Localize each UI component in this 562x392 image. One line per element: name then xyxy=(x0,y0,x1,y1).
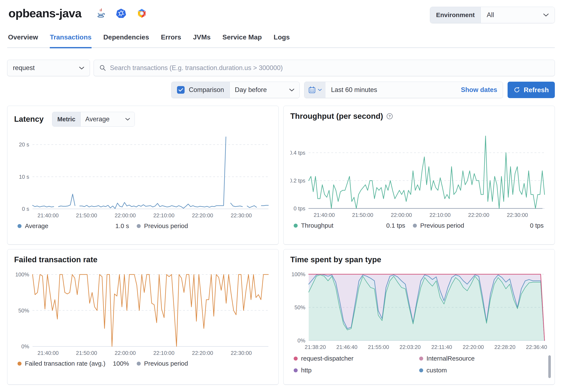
failed-rate-legend: Failed transaction rate (avg.)100%Previo… xyxy=(14,360,272,367)
java-icon xyxy=(96,8,106,19)
search-icon xyxy=(99,65,106,71)
help-icon[interactable]: ? xyxy=(386,113,393,119)
legend-item[interactable]: Previous period xyxy=(137,222,268,230)
svg-text:22:03:20: 22:03:20 xyxy=(399,344,421,350)
tab-transactions[interactable]: Transactions xyxy=(50,33,91,48)
time-range-value[interactable]: Last 60 minutes xyxy=(331,86,377,94)
latency-panel: Latency Metric Average 0 s10 s20 s21:40:… xyxy=(7,106,279,245)
svg-text:100%: 100% xyxy=(15,272,29,277)
svg-text:22:00:00: 22:00:00 xyxy=(391,212,412,218)
refresh-icon xyxy=(514,86,520,93)
throughput-title: Throughput (per second) ? xyxy=(290,112,393,121)
svg-text:10 s: 10 s xyxy=(19,174,29,180)
svg-text:21:50:00: 21:50:00 xyxy=(352,212,373,218)
date-picker-calendar-button[interactable] xyxy=(304,82,326,98)
environment-select[interactable]: Environment All xyxy=(430,7,555,23)
environment-value[interactable]: All xyxy=(481,7,555,23)
tab-jvms[interactable]: JVMs xyxy=(193,33,211,48)
span-type-panel: Time spent by span type 0%50%100%21:38:2… xyxy=(283,249,555,385)
svg-text:21:40:00: 21:40:00 xyxy=(37,350,59,356)
page-header: opbeans-java xyxy=(7,0,555,23)
date-picker-value-area[interactable]: Last 60 minutes Show dates xyxy=(326,82,503,98)
legend-item[interactable]: Throughput0.1 tps xyxy=(294,222,413,229)
latency-legend: Average1.0 sPrevious period xyxy=(14,222,272,230)
search-input[interactable] xyxy=(110,64,549,72)
svg-text:50%: 50% xyxy=(294,304,305,310)
transaction-type-select[interactable]: request xyxy=(7,60,90,76)
svg-text:0%: 0% xyxy=(297,338,305,344)
throughput-legend: Throughput0.1 tpsPrevious period0 tps xyxy=(290,222,548,229)
legend-value: 0.1 tps xyxy=(386,222,405,229)
legend-value: 0 tps xyxy=(530,222,544,229)
legend-item[interactable]: Failed transaction rate (avg.)100% xyxy=(18,360,137,367)
legend-label: InternalResource xyxy=(427,355,475,362)
legend-label: http xyxy=(301,367,312,374)
legend-dot-icon xyxy=(18,362,22,366)
svg-text:21:38:20: 21:38:20 xyxy=(305,344,326,350)
legend-item[interactable]: custom xyxy=(419,367,545,374)
svg-text:22:30:00: 22:30:00 xyxy=(507,212,528,218)
svg-text:22:36:40: 22:36:40 xyxy=(526,344,547,350)
page-title: opbeans-java xyxy=(8,6,82,20)
svg-text:0%: 0% xyxy=(21,344,29,349)
service-icons xyxy=(96,8,147,19)
environment-label: Environment xyxy=(430,7,481,23)
legend-value: 100% xyxy=(113,360,129,367)
chevron-down-icon xyxy=(543,13,549,17)
span-type-title: Time spent by span type xyxy=(290,255,548,264)
apm-service-page: opbeans-java xyxy=(0,0,562,385)
gcp-icon xyxy=(136,8,147,18)
span-type-legend: request-dispatcherInternalResourcehttpcu… xyxy=(290,355,548,374)
comparison-control: Comparison Day before xyxy=(171,82,300,98)
legend-item[interactable]: http xyxy=(294,367,419,374)
comparison-checkbox[interactable] xyxy=(177,86,185,94)
legend-item[interactable]: InternalResource xyxy=(419,355,545,362)
throughput-panel-header: Throughput (per second) ? xyxy=(290,112,548,121)
svg-text:22:00:00: 22:00:00 xyxy=(115,213,136,218)
latency-chart[interactable]: 0 s10 s20 s21:40:0021:50:0022:00:0022:10… xyxy=(14,130,272,220)
svg-text:0 tps: 0 tps xyxy=(294,205,305,211)
legend-scrollbar[interactable] xyxy=(548,355,551,378)
throughput-panel: Throughput (per second) ? 0 tps0.2 tps0.… xyxy=(283,106,555,245)
comparison-toggle[interactable]: Comparison xyxy=(172,82,230,98)
throughput-chart[interactable]: 0 tps0.2 tps0.4 tps21:40:0021:50:0022:00… xyxy=(290,127,548,219)
tab-service-map[interactable]: Service Map xyxy=(222,33,262,48)
svg-text:22:11:40: 22:11:40 xyxy=(432,344,452,350)
legend-label: Throughput xyxy=(301,222,333,229)
legend-item[interactable]: Average1.0 s xyxy=(18,222,137,230)
legend-value: 1.0 s xyxy=(115,222,129,230)
svg-text:22:20:00: 22:20:00 xyxy=(192,350,213,356)
tab-logs[interactable]: Logs xyxy=(274,33,290,48)
comparison-select[interactable]: Day before xyxy=(230,82,299,98)
show-dates-link[interactable]: Show dates xyxy=(461,86,497,94)
svg-text:22:28:20: 22:28:20 xyxy=(494,344,515,350)
legend-item[interactable]: request-dispatcher xyxy=(294,355,419,362)
metric-value[interactable]: Average xyxy=(81,112,135,126)
svg-text:21:50:00: 21:50:00 xyxy=(76,350,97,356)
svg-text:21:40:00: 21:40:00 xyxy=(37,213,59,218)
refresh-button[interactable]: Refresh xyxy=(508,82,555,98)
svg-text:100%: 100% xyxy=(291,271,305,277)
svg-text:0 s: 0 s xyxy=(22,206,29,212)
legend-label: Previous period xyxy=(420,222,464,229)
legend-dot-icon xyxy=(137,362,141,366)
tab-dependencies[interactable]: Dependencies xyxy=(103,33,149,48)
time-controls-row: Comparison Day before xyxy=(7,82,555,98)
tab-errors[interactable]: Errors xyxy=(161,33,181,48)
svg-text:50%: 50% xyxy=(18,307,29,313)
svg-text:22:20:00: 22:20:00 xyxy=(463,344,484,350)
legend-item[interactable]: Previous period0 tps xyxy=(413,222,544,229)
svg-text:21:46:40: 21:46:40 xyxy=(336,344,357,350)
date-picker: Last 60 minutes Show dates xyxy=(304,82,503,98)
search-bar[interactable] xyxy=(94,60,555,76)
latency-metric-select[interactable]: Metric Average xyxy=(52,112,135,127)
chevron-down-icon xyxy=(125,118,130,121)
legend-label: Previous period xyxy=(144,360,188,367)
tab-overview[interactable]: Overview xyxy=(8,33,38,48)
span-type-chart[interactable]: 0%50%100%21:38:2021:46:4021:55:0022:03:2… xyxy=(290,267,548,352)
legend-dot-icon xyxy=(419,368,423,372)
legend-item[interactable]: Previous period xyxy=(137,360,268,367)
metric-label: Metric xyxy=(52,112,81,126)
failed-rate-chart[interactable]: 0%50%100%21:40:0021:50:0022:00:0022:10:0… xyxy=(14,267,272,357)
service-title-group: opbeans-java xyxy=(8,6,147,20)
